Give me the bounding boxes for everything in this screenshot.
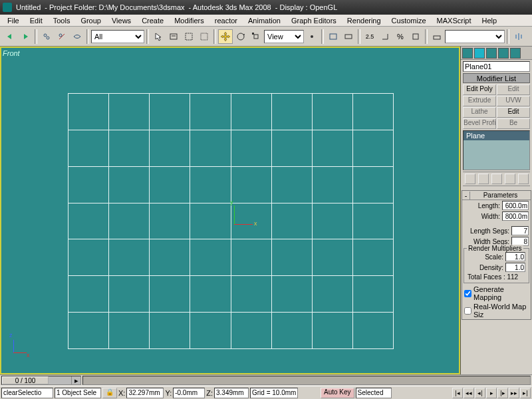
bevel-button[interactable]: Be	[497, 118, 530, 129]
select-and-scale-button[interactable]	[249, 29, 263, 44]
generate-mapping-checkbox[interactable]	[464, 290, 471, 297]
render-multipliers-group: Render Multipliers Scale: Density: Total…	[464, 248, 529, 283]
configure-sets-icon[interactable]	[518, 174, 529, 184]
length-spinner[interactable]	[502, 201, 529, 210]
undo-button[interactable]	[3, 29, 17, 44]
time-slider-thumb[interactable]: 0 / 100	[2, 376, 49, 384]
menu-customize[interactable]: Customize	[387, 16, 431, 25]
next-frame-icon[interactable]: ▸▸	[509, 388, 519, 398]
time-slider-track[interactable]	[49, 376, 71, 384]
display-tab-icon[interactable]	[510, 48, 521, 59]
stack-item-plane[interactable]: Plane	[464, 131, 529, 140]
select-and-manipulate-button[interactable]	[326, 29, 340, 44]
scale-spinner[interactable]	[505, 252, 525, 261]
redo-button[interactable]	[18, 29, 33, 44]
menu-help[interactable]: Help	[477, 16, 502, 25]
select-and-move-button[interactable]	[218, 29, 233, 44]
key-filters-dropdown[interactable]: Selected	[356, 388, 392, 398]
doc-title: Untitled	[16, 3, 41, 11]
modifier-stack[interactable]: Plane	[463, 130, 530, 170]
menu-modifiers[interactable]: Modifiers	[170, 16, 209, 25]
toolbar-separator	[146, 29, 149, 44]
svg-rect-7	[201, 33, 207, 40]
named-selection-edit-button[interactable]	[430, 29, 444, 44]
object-name-field[interactable]	[463, 61, 530, 72]
extrude-button[interactable]: Extrude	[463, 96, 496, 106]
menu-rendering[interactable]: Rendering	[342, 16, 386, 25]
ref-coord-dropdown[interactable]: View	[264, 30, 304, 43]
next-key-icon[interactable]: |▸	[497, 388, 508, 398]
spinner-snap-button[interactable]	[408, 29, 423, 44]
menu-create[interactable]: Create	[137, 16, 168, 25]
selection-lock-icon[interactable]: 🔒	[102, 388, 117, 398]
collapse-icon[interactable]: -	[462, 192, 470, 200]
time-slider[interactable]: 0 / 100 ▸	[1, 376, 81, 385]
parameters-header[interactable]: - Parameters	[462, 191, 531, 200]
edit-poly-button[interactable]: Edit Poly	[463, 84, 496, 95]
mirror-button[interactable]	[511, 29, 526, 44]
pin-stack-icon[interactable]	[465, 174, 475, 184]
transform-gizmo[interactable]: y x	[227, 217, 254, 244]
x-label: X:	[118, 389, 125, 397]
goto-start-icon[interactable]: |◂	[452, 388, 463, 398]
edit-button[interactable]: Edit	[497, 84, 530, 95]
use-pivot-center-button[interactable]	[305, 29, 319, 44]
keyboard-shortcut-override-button[interactable]	[341, 29, 356, 44]
track-bar[interactable]	[82, 376, 531, 385]
time-slider-arrow-icon[interactable]: ▸	[71, 376, 80, 384]
make-unique-icon[interactable]	[491, 174, 502, 184]
window-crossing-button[interactable]	[197, 29, 211, 44]
select-region-button[interactable]	[182, 29, 196, 44]
menu-group[interactable]: Group	[76, 16, 106, 25]
create-tab-icon[interactable]	[462, 48, 473, 59]
total-faces-label: Total Faces : 112	[467, 273, 518, 281]
density-spinner[interactable]	[505, 263, 525, 272]
maxscript-listener[interactable]: clearSelectio	[1, 388, 53, 398]
goto-end-icon[interactable]: ▸|	[520, 388, 531, 398]
motion-tab-icon[interactable]	[498, 48, 509, 59]
menu-edit[interactable]: Edit	[25, 16, 47, 25]
snap-toggle-button[interactable]: 2.5	[362, 29, 377, 44]
y-coord-field[interactable]: -0.0mm	[173, 388, 205, 398]
named-selection-dropdown[interactable]	[445, 30, 505, 43]
menu-reactor[interactable]: reactor	[210, 16, 242, 25]
uvw-button[interactable]: UVW	[497, 96, 530, 106]
percent-snap-button[interactable]: %	[393, 29, 408, 44]
menu-maxscript[interactable]: MAXScript	[432, 16, 476, 25]
hierarchy-tab-icon[interactable]	[486, 48, 497, 59]
modify-tab-icon[interactable]	[474, 48, 485, 59]
remove-modifier-icon[interactable]	[505, 174, 515, 184]
select-object-button[interactable]	[151, 29, 166, 44]
svg-point-11	[311, 35, 313, 38]
viewport-front[interactable]: Front y x zx	[0, 47, 460, 374]
auto-key-button[interactable]: Auto Key	[321, 388, 354, 398]
menu-views[interactable]: Views	[107, 16, 136, 25]
bevel-profile-button[interactable]: Bevel Profile	[463, 118, 496, 129]
lathe-button[interactable]: Lathe	[463, 107, 496, 118]
play-icon[interactable]: ▸	[486, 388, 497, 398]
length-segs-spinner[interactable]	[511, 226, 529, 235]
unlink-button[interactable]	[55, 29, 69, 44]
show-end-result-icon[interactable]	[478, 174, 489, 184]
toolbar-separator	[321, 29, 324, 44]
svg-rect-6	[186, 33, 192, 40]
prev-key-icon[interactable]: ◂|	[475, 388, 485, 398]
z-coord-field[interactable]: 3.349mm	[214, 388, 249, 398]
prev-frame-icon[interactable]: ◂◂	[464, 388, 474, 398]
menu-graph-editors[interactable]: Graph Editors	[287, 16, 341, 25]
x-coord-field[interactable]: 32.297mm	[126, 388, 164, 398]
select-and-rotate-button[interactable]	[233, 29, 248, 44]
link-button[interactable]	[39, 29, 54, 44]
menu-animation[interactable]: Animation	[243, 16, 285, 25]
width-spinner[interactable]	[502, 211, 529, 221]
angle-snap-button[interactable]	[378, 29, 392, 44]
menu-tools[interactable]: Tools	[49, 16, 75, 25]
select-by-name-button[interactable]	[166, 29, 181, 44]
selection-status: 1 Object Sele	[55, 388, 101, 398]
edit-mesh-button[interactable]: Edit	[497, 107, 530, 118]
modifier-list-label[interactable]: Modifier List	[463, 73, 530, 83]
real-world-checkbox[interactable]	[464, 307, 471, 315]
selection-filter-dropdown[interactable]: All	[91, 30, 144, 43]
bind-spacewarp-button[interactable]	[70, 29, 84, 44]
menu-file[interactable]: File	[3, 16, 24, 25]
